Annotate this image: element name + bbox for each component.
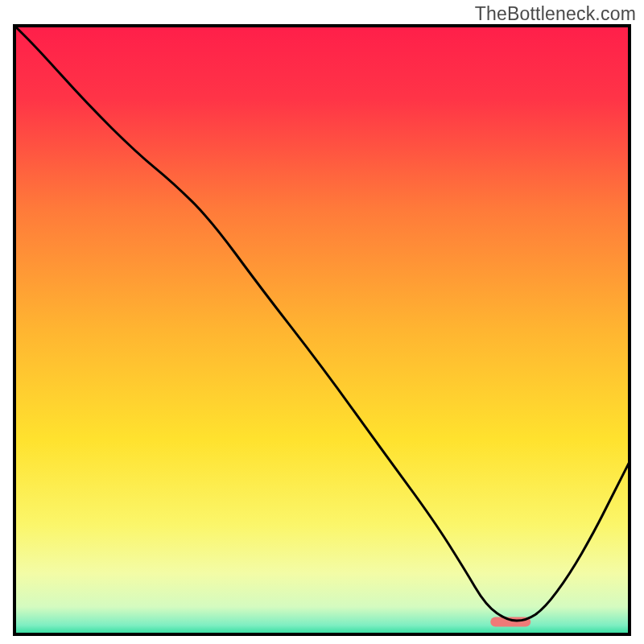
chart-gradient-bg xyxy=(14,26,630,634)
bottleneck-curve-chart xyxy=(13,24,631,636)
chart-container: TheBottleneck.com xyxy=(0,0,644,644)
watermark-text: TheBottleneck.com xyxy=(475,3,636,25)
